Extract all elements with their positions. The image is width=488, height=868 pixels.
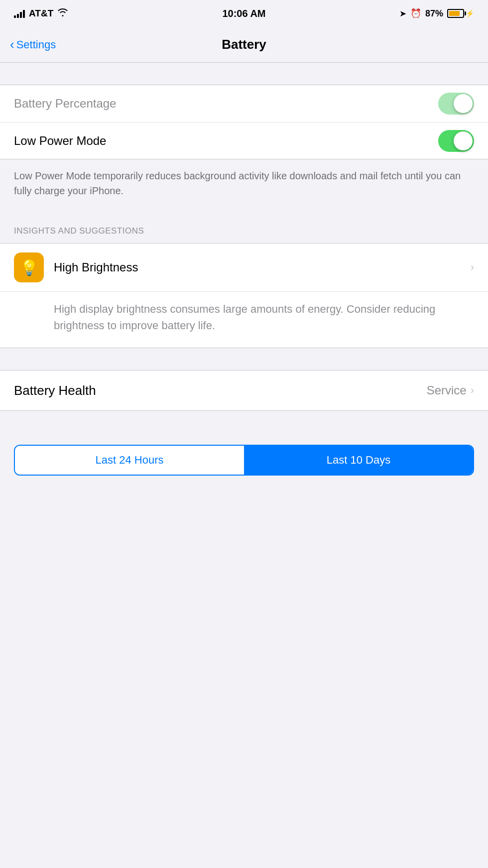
battery-settings-section: Battery Percentage Low Power Mode [0, 85, 488, 159]
battery-icon: ⚡ [447, 9, 474, 18]
battery-health-chevron-icon: › [471, 384, 474, 397]
insights-header-label: INSIGHTS AND SUGGESTIONS [14, 226, 144, 236]
wifi-icon [57, 8, 68, 19]
insights-section-header: INSIGHTS AND SUGGESTIONS [0, 212, 488, 243]
time-selector-container: Last 24 Hours Last 10 Days [0, 433, 488, 488]
back-chevron-icon: ‹ [10, 38, 14, 51]
top-gap [0, 63, 488, 85]
time-label: 10:06 AM [222, 8, 265, 19]
toggle-thumb-2 [454, 131, 473, 150]
low-power-description-section: Low Power Mode temporarily reduces backg… [0, 159, 488, 212]
battery-health-section: Battery Health Service › [0, 370, 488, 411]
battery-percentage-toggle[interactable] [438, 93, 474, 115]
bottom-gap [0, 411, 488, 433]
high-brightness-title: High Brightness [54, 260, 461, 274]
signal-bars-icon [14, 9, 25, 18]
location-icon: ➤ [399, 8, 406, 19]
low-power-mode-row: Low Power Mode [0, 122, 488, 159]
battery-percentage-label: Battery Percentage [14, 97, 116, 111]
brightness-icon-wrap: 💡 [14, 252, 44, 282]
time-selector: Last 24 Hours Last 10 Days [14, 445, 474, 476]
last-24-hours-label: Last 24 Hours [96, 454, 164, 467]
low-power-mode-toggle[interactable] [438, 130, 474, 152]
status-left: AT&T [14, 8, 68, 19]
middle-gap [0, 348, 488, 370]
lightbulb-icon: 💡 [20, 259, 38, 276]
battery-percent-label: 87% [425, 8, 443, 19]
alarm-icon: ⏰ [410, 8, 421, 19]
status-right: ➤ ⏰ 87% ⚡ [399, 8, 474, 19]
battery-health-value: Service [427, 383, 467, 397]
insights-section: 💡 High Brightness › High display brightn… [0, 243, 488, 348]
last-10-days-button[interactable]: Last 10 Days [244, 446, 473, 475]
battery-health-row[interactable]: Battery Health Service › [0, 371, 488, 410]
charging-bolt-icon: ⚡ [466, 9, 474, 17]
high-brightness-row[interactable]: 💡 High Brightness › [0, 244, 488, 291]
toggle-thumb [454, 94, 473, 113]
battery-health-label: Battery Health [14, 383, 96, 398]
page-title: Battery [222, 37, 266, 52]
low-power-description: Low Power Mode temporarily reduces backg… [14, 170, 461, 196]
nav-bar: ‹ Settings Battery [0, 27, 488, 63]
battery-health-right: Service › [427, 383, 474, 397]
carrier-label: AT&T [29, 8, 53, 19]
low-power-mode-label: Low Power Mode [14, 134, 106, 148]
battery-percentage-row: Battery Percentage [0, 85, 488, 122]
high-brightness-description-section: High display brightness consumes large a… [0, 291, 488, 348]
status-bar: AT&T 10:06 AM ➤ ⏰ 87% ⚡ [0, 0, 488, 27]
back-button[interactable]: ‹ Settings [10, 38, 56, 51]
back-label: Settings [16, 38, 56, 51]
high-brightness-description: High display brightness consumes large a… [54, 292, 474, 334]
chevron-right-icon: › [471, 261, 474, 274]
last-10-days-label: Last 10 Days [327, 454, 390, 467]
last-24-hours-button[interactable]: Last 24 Hours [15, 446, 244, 475]
